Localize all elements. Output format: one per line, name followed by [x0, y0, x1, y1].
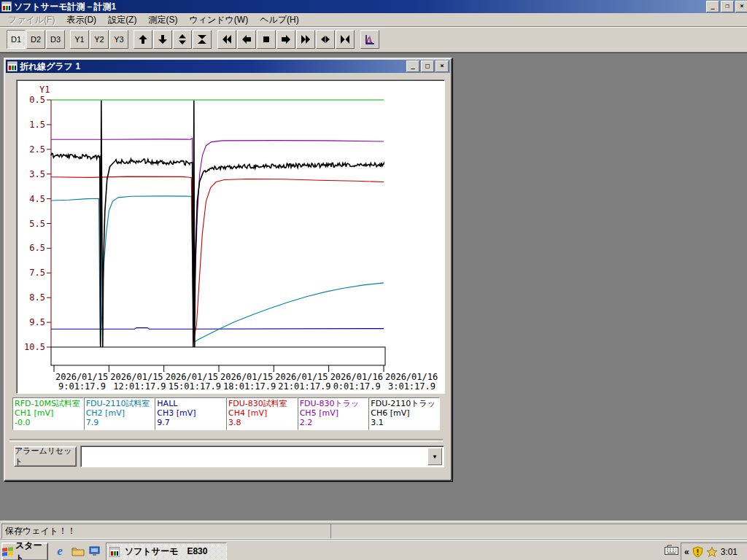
star-icon[interactable]	[706, 546, 718, 558]
taskbar-task-button[interactable]: ソフトサーモ E830	[106, 542, 227, 560]
status-panel-2	[330, 524, 747, 539]
x-tick-time: 12:01:17.9	[113, 381, 166, 392]
task-label: ソフトサーモ E830	[125, 545, 207, 558]
toolbar-button-y1[interactable]: Y1	[70, 30, 89, 49]
y-tick-label: 4.5	[29, 194, 45, 204]
toolbar: D1D2D3Y1Y2Y3	[0, 27, 747, 52]
toolbar-button-step-left[interactable]	[237, 30, 256, 49]
time-range-box	[51, 347, 385, 365]
combobox-dropdown-button[interactable]: ▼	[427, 448, 442, 465]
series-ch6	[51, 101, 384, 347]
legend-source: FDU-2110トラッ	[371, 399, 438, 408]
legend-value: -0.0	[15, 418, 82, 427]
x-tick-time: 21:01:17.9	[278, 381, 330, 392]
graph-minimize-button[interactable]: _	[406, 61, 419, 72]
menu-item-3[interactable]: 測定(S)	[144, 13, 181, 27]
minimize-button[interactable]: _	[706, 1, 719, 12]
toolbar-button-scroll-up[interactable]	[133, 30, 152, 49]
line-chart: Y10.51.52.53.54.55.56.57.58.59.510.52026…	[17, 80, 443, 392]
main-title-bar: ソフトサーモ計測－計測1 _ ❐ ×	[0, 0, 747, 13]
toolbar-button-d1[interactable]: D1	[7, 30, 26, 49]
legend-channel: CH3 [mV]	[157, 408, 224, 418]
restore-button[interactable]: ❐	[721, 1, 734, 12]
x-tick-time: 15:01:17.9	[169, 381, 221, 392]
graph-maximize-button[interactable]: □	[421, 61, 434, 72]
fast-forward-icon	[301, 34, 311, 44]
task-app-icon	[109, 547, 120, 557]
alarm-combobox[interactable]: ▼	[80, 446, 444, 467]
legend-value: 7.9	[86, 418, 153, 427]
system-tray: « 3:01	[681, 542, 747, 560]
toolbar-button-y3[interactable]: Y3	[109, 30, 128, 49]
x-tick-date: 2026/01/15	[110, 372, 163, 382]
legend-value: 2.2	[300, 418, 367, 427]
compress-vertical-icon	[197, 34, 207, 44]
start-button[interactable]: スタート	[1, 542, 48, 560]
legend-cell-ch6: FDU-2110トラッCH6 [mV]3.1	[368, 397, 440, 430]
compress-horizontal-icon	[340, 34, 350, 44]
legend-cell-ch2: FDU-2110試料室CH2 [mV]7.9	[84, 397, 155, 430]
internet-explorer-icon[interactable]: e	[53, 544, 67, 559]
legend-cell-ch1: RFD-10MS試料室CH1 [mV]-0.0	[12, 397, 84, 430]
app-icon	[1, 1, 12, 12]
x-tick-time: 18:01:17.9	[223, 381, 276, 392]
menu-item-4[interactable]: ウィンドウ(W)	[185, 13, 252, 27]
channel-legend: RFD-10MS試料室CH1 [mV]-0.0FDU-2110試料室CH2 [m…	[12, 397, 440, 430]
folder-icon[interactable]	[71, 544, 85, 559]
graph-window-icon	[7, 61, 18, 71]
close-button[interactable]: ×	[735, 1, 747, 12]
keyboard-layout-icon[interactable]	[665, 545, 678, 557]
x-tick-time: 0:01:17.9	[333, 381, 381, 392]
toolbar-button-y2[interactable]: Y2	[90, 30, 109, 49]
x-tick-date: 2026/01/15	[55, 372, 108, 382]
menu-bar: ファイル(F)表示(D)設定(Z)測定(S)ウィンドウ(W)ヘルプ(H)	[0, 13, 747, 27]
window-title: ソフトサーモ計測－計測1	[14, 1, 705, 13]
security-shield-icon[interactable]	[692, 546, 703, 558]
toolbar-button-expand-vertical[interactable]	[173, 30, 192, 49]
toolbar-button-stop[interactable]	[257, 30, 276, 49]
expand-vertical-icon	[177, 34, 187, 44]
menu-item-5[interactable]: ヘルプ(H)	[256, 13, 303, 27]
graph-window-title: 折れ線グラフ 1	[20, 61, 405, 73]
clock: 3:01	[721, 547, 738, 557]
graph-window: 折れ線グラフ 1 _ □ × Y10.51.52.53.54.55.56.57.…	[4, 58, 452, 481]
toolbar-button-step-right[interactable]	[276, 30, 295, 49]
toolbar-button-scroll-down[interactable]	[153, 30, 172, 49]
y-tick-label: 1.5	[29, 120, 45, 130]
toolbar-button-compress-vertical[interactable]	[193, 30, 212, 49]
graph-setting-icon	[365, 34, 375, 44]
x-tick-date: 2026/01/16	[385, 372, 438, 382]
toolbar-button-rewind[interactable]	[217, 30, 236, 49]
menu-item-2[interactable]: 設定(Z)	[104, 13, 140, 27]
toolbar-button-fast-forward[interactable]	[296, 30, 315, 49]
step-left-icon	[241, 34, 252, 44]
toolbar-button-graph-setting[interactable]	[360, 30, 379, 49]
legend-channel: CH2 [mV]	[86, 408, 153, 418]
alarm-reset-button[interactable]: アラームリセット	[14, 446, 77, 467]
legend-value: 3.8	[228, 418, 295, 427]
taskbar: スタート e ソフトサーモ E8	[0, 540, 747, 560]
x-tick-time: 3:01:17.9	[388, 381, 436, 392]
legend-cell-ch4: FDU-830試料室CH4 [mV]3.8	[226, 397, 298, 430]
status-bar: 保存ウェイト！！	[0, 521, 747, 539]
toolbar-button-d2[interactable]: D2	[26, 30, 45, 49]
alarm-reset-label: アラームリセット	[15, 446, 76, 467]
stop-icon	[261, 34, 271, 44]
toolbar-button-d3[interactable]: D3	[46, 30, 65, 49]
y-tick-label: 5.5	[29, 219, 45, 229]
tray-expand-chevron[interactable]: «	[684, 547, 689, 557]
menu-item-1[interactable]: 表示(D)	[63, 13, 100, 27]
toolbar-button-compress-horizontal[interactable]	[336, 30, 355, 49]
toolbar-button-expand-horizontal[interactable]	[316, 30, 335, 49]
chevron-down-icon: ▼	[432, 454, 438, 460]
y-tick-label: 0.5	[29, 95, 45, 105]
graph-close-button[interactable]: ×	[436, 61, 449, 72]
legend-source: FDU-830トラッ	[300, 399, 367, 408]
desktop-icon[interactable]	[88, 544, 102, 559]
rewind-icon	[222, 34, 232, 44]
legend-cell-ch3: HALLCH3 [mV]9.7	[155, 397, 226, 430]
y-tick-label: 8.5	[29, 292, 45, 303]
legend-value: 3.1	[371, 418, 438, 427]
alarm-combobox-value[interactable]	[82, 448, 428, 465]
scroll-down-icon	[158, 34, 168, 44]
